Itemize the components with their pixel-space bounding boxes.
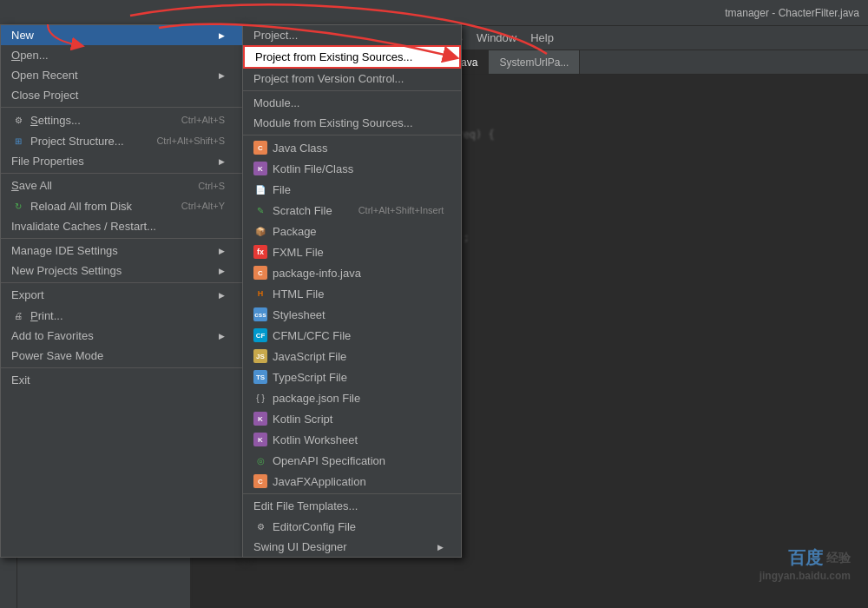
new-sep-3 — [243, 493, 461, 494]
new-submenu-stylesheet-label: Stylesheet — [273, 308, 326, 321]
file-menu-open-label: Open... — [11, 49, 49, 62]
editorconfig-icon: ⚙ — [253, 519, 267, 533]
separator-4 — [1, 282, 242, 283]
new-submenu-swing[interactable]: Swing UI Designer ▶ — [243, 537, 461, 557]
new-submenu-java-class[interactable]: C Java Class — [243, 137, 461, 158]
baidu-url: jingyan.baidu.com — [760, 570, 851, 582]
file-menu-invalidate[interactable]: Invalidate Caches / Restart... — [1, 216, 242, 236]
file-menu-open[interactable]: Open... — [1, 45, 242, 65]
new-submenu-typescript[interactable]: TS TypeScript File — [243, 367, 461, 387]
file-menu-manage-ide-label: Manage IDE Settings — [11, 244, 118, 257]
new-submenu-javascript[interactable]: JS JavaScript File — [243, 346, 461, 367]
file-menu-file-properties[interactable]: File Properties ▶ — [1, 151, 242, 171]
new-submenu-package[interactable]: 📦 Package — [243, 221, 461, 241]
new-submenu-scratch-file-label: Scratch File — [273, 204, 332, 217]
file-menu-reload[interactable]: ↻ Reload All from Disk Ctrl+Alt+Y — [1, 195, 242, 216]
new-submenu-package-info[interactable]: C package-info.java — [243, 262, 461, 283]
new-submenu-html[interactable]: H HTML File — [243, 283, 461, 304]
menu-window[interactable]: Window — [470, 26, 523, 50]
new-sep-2 — [243, 135, 461, 135]
file-menu-print-label: Print... — [30, 309, 63, 322]
new-submenu-kotlin-class[interactable]: K Kotlin File/Class — [243, 158, 461, 179]
new-submenu-openapi[interactable]: ◎ OpenAPI Specification — [243, 450, 461, 471]
new-submenu-fxml[interactable]: fx FXML File — [243, 241, 461, 262]
file-menu-reload-label: Reload All from Disk — [30, 200, 132, 213]
tab-systemurlpa[interactable]: SystemUrlPa... — [489, 50, 580, 75]
new-submenu-kotlin-worksheet-label: Kotlin Worksheet — [273, 433, 358, 446]
file-menu-add-favorites-arrow: ▶ — [219, 332, 225, 340]
new-submenu-cfml-label: CFML/CFC File — [273, 329, 351, 342]
menu-window-label: Window — [477, 31, 516, 44]
file-menu-project-structure-shortcut: Ctrl+Alt+Shift+S — [156, 135, 225, 146]
new-submenu-package-label: Package — [273, 225, 317, 238]
new-submenu-typescript-label: TypeScript File — [273, 371, 347, 384]
new-submenu-scratch-file-shortcut: Ctrl+Alt+Shift+Insert — [358, 205, 444, 215]
print-icon: 🖨 — [11, 308, 25, 322]
separator-1 — [1, 107, 242, 108]
title-bar: tmanager - ChacterFilter.java — [0, 0, 868, 26]
file-menu-close-project[interactable]: Close Project — [1, 85, 242, 105]
file-menu-new-label: New — [11, 29, 34, 42]
new-submenu-stylesheet[interactable]: css Stylesheet — [243, 304, 461, 325]
file-menu-save-all[interactable]: Save All Ctrl+S — [1, 175, 242, 195]
file-menu-save-all-label: Save All — [11, 179, 52, 192]
file-menu-save-all-shortcut: Ctrl+S — [198, 181, 225, 191]
file-menu-add-favorites[interactable]: Add to Favorites ▶ — [1, 326, 242, 346]
new-submenu-edit-templates[interactable]: Edit File Templates... — [243, 496, 461, 516]
file-menu-power-save[interactable]: Power Save Mode — [1, 346, 242, 366]
file-menu-new-projects[interactable]: New Projects Settings ▶ — [1, 261, 242, 281]
project-structure-icon: ⊞ — [11, 134, 25, 148]
separator-2 — [1, 173, 242, 174]
new-submenu-file[interactable]: 📄 File — [243, 179, 461, 200]
file-menu-new[interactable]: New ▶ — [1, 25, 242, 45]
new-submenu-editorconfig[interactable]: ⚙ EditorConfig File — [243, 516, 461, 537]
file-menu-open-recent[interactable]: Open Recent ▶ — [1, 65, 242, 85]
file-icon: 📄 — [253, 182, 267, 196]
new-submenu-editorconfig-label: EditorConfig File — [273, 520, 356, 533]
file-menu-project-structure-label: Project Structure... — [30, 135, 124, 148]
file-menu-exit-label: Exit — [11, 373, 30, 387]
new-submenu-project-vcs[interactable]: Project from Version Control... — [243, 69, 461, 89]
new-submenu-fxml-label: FXML File — [273, 246, 324, 259]
javafx-icon: C — [253, 474, 267, 488]
file-menu-file-properties-label: File Properties — [11, 155, 84, 168]
new-submenu-module-existing-label: Module from Existing Sources... — [253, 116, 413, 129]
file-menu-print[interactable]: 🖨 Print... — [1, 305, 242, 326]
menu-help[interactable]: Help — [523, 26, 561, 50]
file-menu-exit[interactable]: Exit — [1, 370, 242, 390]
file-menu-export[interactable]: Export ▶ — [1, 285, 242, 305]
new-submenu-package-json-label: package.json File — [273, 392, 360, 405]
new-submenu-javafx[interactable]: C JavaFXApplication — [243, 471, 461, 492]
file-menu-file-properties-arrow: ▶ — [219, 157, 225, 166]
new-submenu-swing-arrow: ▶ — [437, 543, 444, 552]
new-submenu-kotlin-script[interactable]: K Kotlin Script — [243, 408, 461, 429]
new-submenu-module[interactable]: Module... — [243, 93, 461, 113]
new-submenu-kotlin-class-label: Kotlin File/Class — [273, 162, 353, 175]
html-icon: H — [253, 287, 267, 301]
new-submenu-openapi-label: OpenAPI Specification — [273, 454, 385, 467]
scratch-file-icon: ✎ — [253, 203, 267, 217]
new-sep-1 — [243, 90, 461, 91]
java-class-icon: C — [253, 141, 267, 155]
new-submenu-module-existing[interactable]: Module from Existing Sources... — [243, 113, 461, 133]
new-submenu-package-json[interactable]: { } package.json File — [243, 387, 461, 408]
new-submenu-scratch-file[interactable]: ✎ Scratch File Ctrl+Alt+Shift+Insert — [243, 200, 461, 221]
kotlin-class-icon: K — [253, 162, 267, 175]
package-json-icon: { } — [253, 391, 267, 405]
file-menu-manage-ide[interactable]: Manage IDE Settings ▶ — [1, 241, 242, 261]
new-submenu-project-existing-label: Project from Existing Sources... — [255, 50, 412, 63]
new-submenu-cfml[interactable]: CF CFML/CFC File — [243, 325, 461, 346]
file-menu-settings-shortcut: Ctrl+Alt+S — [181, 115, 225, 125]
file-menu-dropdown[interactable]: New ▶ Open... Open Recent ▶ Close Projec… — [0, 24, 243, 558]
new-submenu-project[interactable]: Project... — [243, 25, 461, 45]
file-menu-project-structure[interactable]: ⊞ Project Structure... Ctrl+Alt+Shift+S — [1, 130, 242, 151]
new-submenu[interactable]: Project... Project from Existing Sources… — [242, 24, 462, 558]
file-menu-new-arrow: ▶ — [219, 31, 225, 40]
file-menu-export-arrow: ▶ — [219, 291, 225, 300]
file-menu-new-projects-label: New Projects Settings — [11, 264, 122, 277]
settings-icon: ⚙ — [11, 113, 25, 127]
file-menu-settings[interactable]: ⚙ Settings... Ctrl+Alt+S — [1, 109, 242, 130]
new-submenu-project-existing[interactable]: Project from Existing Sources... — [243, 45, 461, 69]
package-icon: 📦 — [253, 224, 267, 238]
new-submenu-kotlin-worksheet[interactable]: K Kotlin Worksheet — [243, 429, 461, 450]
